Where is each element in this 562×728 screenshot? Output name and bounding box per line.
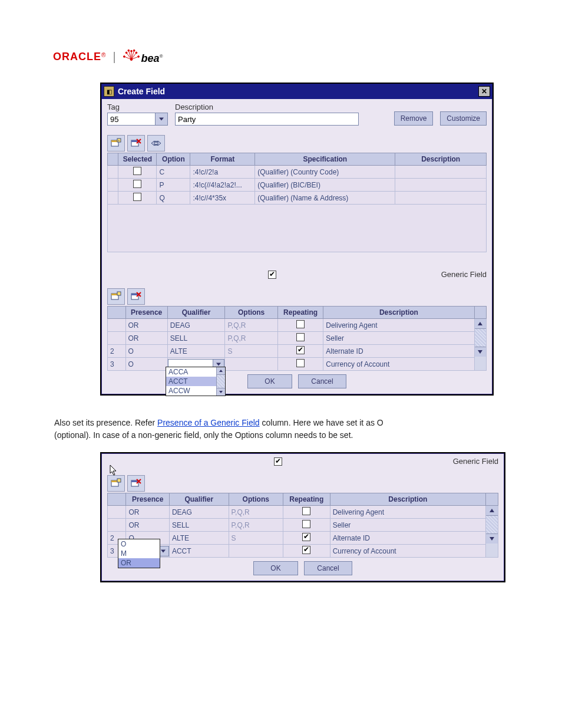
svg-point-5: [137, 56, 139, 58]
svg-point-3: [135, 52, 137, 54]
scroll-down-icon[interactable]: [475, 347, 486, 357]
repeating-checkbox[interactable]: [302, 546, 310, 554]
table-row[interactable]: C :4!c//2!a (Qualifier) (Country Code): [108, 166, 487, 179]
svg-marker-28: [216, 363, 221, 365]
svg-marker-27: [478, 350, 482, 354]
presence-link[interactable]: Presence of a Generic Field: [157, 418, 260, 427]
repeating-checkbox[interactable]: [296, 333, 305, 341]
description-label: Description: [175, 103, 359, 111]
repeating-checkbox[interactable]: [296, 359, 305, 367]
options-table-empty-area: [107, 205, 487, 252]
delete-row-icon[interactable]: [127, 288, 145, 305]
generic-field-label: Generic Field: [441, 270, 487, 279]
dropdown-option[interactable]: M: [118, 549, 160, 558]
selected-checkbox[interactable]: [133, 180, 141, 188]
svg-marker-29: [219, 370, 223, 372]
repeating-checkbox[interactable]: [302, 520, 310, 528]
scroll-up-icon[interactable]: [475, 319, 486, 329]
delete-row-icon[interactable]: [127, 475, 145, 492]
svg-text:+: +: [118, 139, 120, 142]
description-input[interactable]: [175, 113, 359, 126]
table-row[interactable]: 2 O ALTE S Alternate ID: [108, 345, 487, 358]
scroll-down-icon[interactable]: [486, 533, 498, 543]
dialog-title: Create Field: [118, 87, 478, 96]
repeating-checkbox[interactable]: [302, 533, 310, 541]
scroll-down-icon[interactable]: [217, 388, 225, 396]
table-header-row: Presence Qualifier Options Repeating Des…: [108, 307, 487, 319]
oracle-logo: ORACLE®: [53, 51, 105, 63]
dropdown-option[interactable]: ACCT: [166, 377, 216, 386]
table-row[interactable]: 2 O ALTE S Alternate ID: [108, 532, 498, 545]
scroll-up-icon[interactable]: [486, 506, 498, 516]
oracle-text: ORACLE: [53, 51, 101, 62]
remove-button[interactable]: Remove: [394, 111, 434, 126]
dropdown-option[interactable]: ACCW: [166, 386, 216, 396]
presence-dropdown-list[interactable]: O M OR: [118, 539, 160, 568]
svg-point-4: [123, 56, 125, 58]
tag-label: Tag: [107, 103, 168, 111]
dropdown-option[interactable]: O: [118, 539, 160, 549]
svg-rect-35: [117, 479, 121, 482]
svg-marker-17: [151, 141, 154, 146]
selected-checkbox[interactable]: [133, 167, 141, 175]
instruction-paragraph: Also set its presence. Refer Presence of…: [54, 417, 490, 442]
table-row[interactable]: 3 ACCT Currency of Account: [108, 545, 498, 558]
svg-marker-41: [490, 537, 494, 541]
ok-button[interactable]: OK: [247, 374, 292, 388]
cursor-icon: [110, 465, 118, 476]
svg-point-2: [125, 52, 127, 54]
repeating-checkbox[interactable]: [296, 320, 305, 328]
svg-marker-42: [161, 549, 166, 552]
qualifiers-table: Presence Qualifier Options Repeating Des…: [107, 493, 498, 558]
dropdown-option[interactable]: OR: [118, 558, 160, 568]
table-row[interactable]: P :4!c(//4!a2!a2!... (Qualifier) (BIC/BE…: [108, 179, 487, 192]
generic-field-checkbox[interactable]: [274, 457, 282, 466]
svg-point-7: [133, 50, 135, 51]
table-row[interactable]: OR DEAG P,Q,R Delivering Agent: [108, 506, 498, 519]
brand-row: ORACLE® | bea®: [53, 48, 163, 65]
ok-button[interactable]: OK: [253, 561, 298, 575]
bea-burst-icon: [123, 48, 140, 65]
table-header-row: Presence Qualifier Options Repeating Des…: [108, 493, 498, 506]
svg-marker-26: [478, 322, 482, 325]
svg-marker-32: [110, 465, 116, 475]
svg-point-6: [128, 50, 130, 51]
swap-icon[interactable]: [147, 135, 165, 151]
dialog-app-icon: ◧: [104, 86, 114, 97]
generic-field-checkbox[interactable]: [268, 271, 276, 279]
tag-input[interactable]: [107, 113, 155, 126]
add-row-icon[interactable]: +: [107, 135, 125, 151]
dropdown-option[interactable]: ACCA: [166, 367, 216, 377]
delete-row-icon[interactable]: [127, 135, 145, 151]
cancel-button[interactable]: Cancel: [304, 561, 352, 575]
table-row[interactable]: 3 O Currency of Account: [108, 358, 487, 371]
tag-combobox[interactable]: [107, 113, 168, 126]
table-row[interactable]: OR SELL P,Q,R Seller: [108, 332, 487, 345]
create-field-dialog: ◧ Create Field ✕ Tag: [100, 83, 494, 396]
generic-field-label: Generic Field: [453, 457, 498, 466]
selected-checkbox[interactable]: [133, 193, 141, 201]
repeating-checkbox[interactable]: [302, 507, 310, 515]
add-row-icon[interactable]: [107, 288, 125, 305]
table-header-row: Selected Option Format Specification Des…: [108, 153, 487, 166]
close-icon[interactable]: ✕: [478, 86, 490, 97]
svg-marker-40: [490, 509, 494, 512]
repeating-checkbox[interactable]: [296, 346, 305, 354]
brand-separator: |: [113, 50, 115, 64]
add-row-icon[interactable]: [107, 475, 125, 492]
scroll-up-icon[interactable]: [217, 367, 225, 375]
qualifier-dropdown-list[interactable]: ACCA ACCT ACCW: [166, 367, 226, 396]
table-row[interactable]: OR DEAG P,Q,R Delivering Agent: [108, 319, 487, 332]
customize-button[interactable]: Customize: [440, 111, 487, 126]
svg-marker-18: [158, 141, 161, 146]
svg-marker-8: [159, 118, 164, 121]
cancel-button[interactable]: Cancel: [298, 374, 346, 388]
table-row[interactable]: Q :4!c//4*35x (Qualifier) (Name & Addres…: [108, 192, 487, 205]
bea-logo: bea®: [123, 48, 163, 65]
options-table: Selected Option Format Specification Des…: [107, 153, 487, 205]
qualifiers-table: Presence Qualifier Options Repeating Des…: [107, 306, 487, 371]
svg-marker-30: [219, 391, 223, 393]
chevron-down-icon[interactable]: [155, 113, 168, 126]
bea-text: bea®: [141, 52, 163, 65]
table-row[interactable]: OR SELL P,Q,R Seller: [108, 519, 498, 532]
